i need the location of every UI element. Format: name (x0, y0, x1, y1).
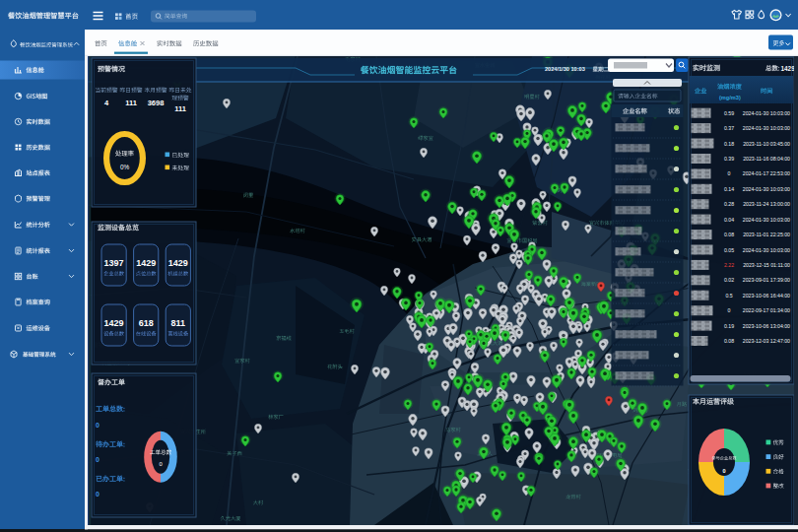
svg-text:111: 111 (125, 99, 137, 107)
svg-text:2023-09-01 17:39:00: 2023-09-01 17:39:00 (743, 277, 790, 283)
svg-text:0.02: 0.02 (724, 277, 734, 283)
svg-text:2023-12-15 01:11:00: 2023-12-15 01:11:00 (743, 262, 790, 268)
svg-text:1429: 1429 (104, 318, 124, 328)
svg-text:618: 618 (139, 318, 154, 328)
svg-text:3698: 3698 (148, 99, 165, 107)
svg-text:0: 0 (96, 422, 100, 429)
svg-text:2024-01-30 10:03:00: 2024-01-30 10:03:00 (743, 186, 790, 192)
svg-text:2024-01-30 10:03:00: 2024-01-30 10:03:00 (743, 110, 790, 116)
svg-text:811: 811 (171, 318, 186, 328)
svg-text:0: 0 (96, 491, 100, 498)
svg-text:0.05: 0.05 (724, 247, 734, 253)
svg-text:1429: 1429 (168, 258, 188, 268)
svg-text:0.19: 0.19 (724, 323, 734, 329)
svg-text:0.39: 0.39 (724, 156, 734, 162)
svg-text:2023-11-16 08:04:00: 2023-11-16 08:04:00 (743, 156, 790, 162)
svg-text:1429: 1429 (781, 65, 796, 72)
svg-text:2.22: 2.22 (724, 262, 734, 268)
svg-text:2023-11-24 13:00:00: 2023-11-24 13:00:00 (743, 201, 790, 207)
svg-text:1397: 1397 (104, 258, 124, 268)
svg-text:0.5: 0.5 (725, 293, 732, 299)
svg-text:2023-11-01 22:25:00: 2023-11-01 22:25:00 (743, 232, 790, 237)
svg-text:0.59: 0.59 (724, 110, 734, 116)
svg-text:0.18: 0.18 (724, 141, 734, 147)
svg-text:111: 111 (174, 104, 186, 113)
svg-text:2024-01-30 10:03:00: 2024-01-30 10:03:00 (743, 217, 790, 223)
svg-text:0.37: 0.37 (724, 125, 734, 131)
svg-text:0.08: 0.08 (724, 232, 734, 237)
svg-text:0.04: 0.04 (724, 217, 734, 223)
svg-text:0: 0 (728, 170, 731, 176)
svg-text:0%: 0% (120, 164, 130, 170)
svg-text:2024-01-30 10:03:00: 2024-01-30 10:03:00 (743, 125, 790, 131)
svg-text:0: 0 (96, 456, 100, 463)
svg-text:(mg/m3): (mg/m3) (719, 95, 741, 100)
svg-text:2024-01-17 22:53:00: 2024-01-17 22:53:00 (743, 170, 790, 176)
svg-text:2022-09-17 01:34:00: 2022-09-17 01:34:00 (743, 307, 790, 313)
svg-text:0.28: 0.28 (724, 201, 734, 207)
svg-text:2024-01-30 10:03:00: 2024-01-30 10:03:00 (743, 247, 790, 253)
svg-text:0.08: 0.08 (724, 338, 734, 344)
svg-text:1429: 1429 (136, 258, 156, 268)
svg-text:0: 0 (159, 461, 162, 467)
svg-text:2023-10-06 16:44:00: 2023-10-06 16:44:00 (743, 293, 790, 299)
svg-text:2023-10-06 13:04:00: 2023-10-06 13:04:00 (743, 323, 790, 329)
svg-text:0: 0 (722, 468, 725, 474)
svg-text:0.14: 0.14 (724, 186, 734, 192)
svg-text:2023-12-03 12:47:00: 2023-12-03 12:47:00 (743, 338, 790, 344)
svg-text:2024/1/30 10:03: 2024/1/30 10:03 (545, 66, 585, 72)
svg-text:0: 0 (728, 307, 731, 313)
svg-text:2023-11-10 03:45:00: 2023-11-10 03:45:00 (743, 141, 790, 147)
